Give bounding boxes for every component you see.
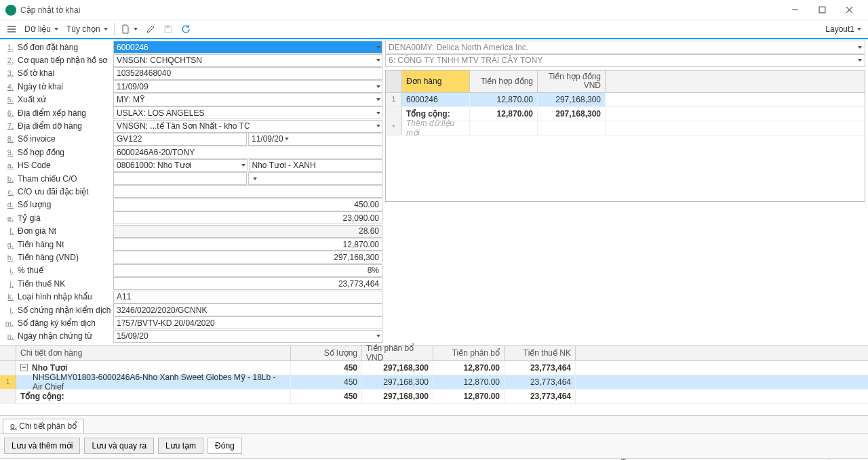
input-field[interactable]: 297,168,300 xyxy=(113,251,382,264)
form-row: c.C/O ưu đãi đặc biệt xyxy=(3,185,382,198)
input-field[interactable]: USLAX: LOS ANGELES xyxy=(113,106,382,119)
col-sl[interactable]: Số lượng xyxy=(291,346,362,360)
detail-total-row: Tổng cộng: 450 297,168,300 12,870.00 23,… xyxy=(0,390,868,404)
form-row: a.HS Code08061000: Nho TươiNho Tươi - XA… xyxy=(3,159,382,172)
form-row: 7.Địa điểm dỡ hàngVNSGN: ...tế Tân Sơn N… xyxy=(3,119,382,132)
chevron-down-icon xyxy=(253,177,257,180)
maximize-button[interactable] xyxy=(808,1,835,20)
order-grid[interactable]: Đơn hàng Tiền hợp đồng Tiền hợp đồng VND… xyxy=(385,70,865,202)
form-row: 2.Cơ quan tiếp nhận hồ sơVNSGN: CCHQCHTS… xyxy=(3,54,382,66)
input-field[interactable]: 23,773,464 xyxy=(113,277,382,290)
input-field[interactable]: MY: MỸ xyxy=(113,93,382,106)
title-bar: Cập nhật tờ khai xyxy=(0,0,868,20)
input-field[interactable] xyxy=(113,185,382,198)
minimize-button[interactable] xyxy=(781,1,808,20)
field-label: Số lượng xyxy=(15,200,113,209)
customer-field[interactable]: DENA00MY: Delica North America Inc. xyxy=(385,41,865,54)
input-field[interactable]: 28.60 xyxy=(113,225,382,238)
row-index: 4. xyxy=(3,83,15,91)
input-field[interactable]: VNSGN: ...tế Tân Sơn Nhất - kho TC xyxy=(113,120,382,133)
tab-detail-allocation[interactable]: o. Chi tiết phân bổ xyxy=(3,419,84,433)
close-button[interactable] xyxy=(835,1,863,20)
input-field-secondary[interactable]: Nho Tươi - XANH xyxy=(249,159,383,172)
svg-rect-1 xyxy=(166,26,170,28)
input-field[interactable]: 1757/BVTV-KD 20/04/2020 xyxy=(113,316,382,329)
field-label: Tiền hàng Nt xyxy=(15,240,113,249)
chevron-down-icon xyxy=(376,112,380,114)
chevron-down-icon xyxy=(241,164,245,167)
input-field[interactable]: 12,870.00 xyxy=(113,238,382,251)
save-and-add-button[interactable]: Lưu và thêm mới xyxy=(4,438,80,454)
edit-icon[interactable] xyxy=(142,21,159,37)
new-document-icon[interactable] xyxy=(117,21,142,37)
row-index: a. xyxy=(3,161,15,169)
input-field[interactable]: VNSGN: CCHQCHTSN xyxy=(113,54,382,67)
form-row: 1.Số đơn đặt hàng6000246 xyxy=(3,41,382,54)
close-form-button[interactable]: Đóng xyxy=(208,438,242,454)
menu-options[interactable]: Tùy chọn xyxy=(62,21,112,37)
order-row[interactable]: 1 6000246 12,870.00 297,168,300 xyxy=(386,93,865,107)
field-label: C/O ưu đãi đặc biệt xyxy=(15,187,113,196)
caret-down-icon xyxy=(54,28,58,30)
col-tien-hd[interactable]: Tiền hợp đồng xyxy=(470,70,538,92)
caret-down-icon xyxy=(857,28,861,30)
col-tien-vnd[interactable]: Tiền hợp đồng VND xyxy=(538,70,606,92)
field-label: HS Code xyxy=(15,161,113,170)
form-row: g.Tiền hàng Nt12,870.00 xyxy=(3,238,382,251)
row-index: 7. xyxy=(3,122,15,130)
row-index: j. xyxy=(3,280,15,288)
input-field[interactable]: 11/09/09 xyxy=(113,80,382,93)
row-index: i. xyxy=(3,266,15,274)
svg-rect-0 xyxy=(819,7,825,13)
chevron-down-icon xyxy=(858,46,862,49)
company-field[interactable]: 6: CÔNG TY TNHH MTV TRÁI CÂY TONY xyxy=(385,54,865,67)
input-field[interactable]: 3246/0202/2020/GCNNK xyxy=(113,304,382,316)
col-don-hang[interactable]: Đơn hàng xyxy=(402,70,470,92)
col-thue[interactable]: Tiền thuế NK xyxy=(505,346,576,360)
form-row: d.Số lượng450.00 xyxy=(3,198,382,211)
input-field[interactable]: 6000246A6-20/TONY xyxy=(113,146,382,159)
row-index: g. xyxy=(3,241,15,249)
input-field[interactable]: 103528468040 xyxy=(113,67,382,80)
layout-selector[interactable]: Layout1 xyxy=(825,24,854,34)
collapse-icon[interactable]: − xyxy=(20,364,28,371)
detail-item-row[interactable]: 1 NHSGLMY01803-6000246A6-Nho Xanh Sweet … xyxy=(0,375,868,390)
input-field[interactable]: 6000246 xyxy=(113,41,382,54)
input-field[interactable]: 8% xyxy=(113,264,382,277)
row-index: b. xyxy=(3,175,15,183)
input-field[interactable]: 23,090.00 xyxy=(113,211,382,224)
save-icon[interactable] xyxy=(159,21,177,37)
grid-corner xyxy=(386,70,402,92)
col-pb[interactable]: Tiền phân bổ xyxy=(433,346,505,360)
detail-grid[interactable]: Chi tiết đơn hàng Số lượng Tiền phân bổ … xyxy=(0,346,868,433)
save-and-back-button[interactable]: Lưu và quay ra xyxy=(84,438,154,454)
form-row: b.Tham chiếu C/O xyxy=(3,172,382,185)
order-new-row[interactable]: * Thêm dữ liệu mới xyxy=(386,121,865,135)
caret-down-icon xyxy=(134,28,138,30)
form-row: 6.Địa điểm xếp hàngUSLAX: LOS ANGELES xyxy=(3,106,382,119)
row-index: 3. xyxy=(3,69,15,77)
chevron-down-icon xyxy=(376,46,380,49)
input-field[interactable]: 15/09/20 xyxy=(113,330,382,343)
form-row: e.Tỷ giá23,090.00 xyxy=(3,211,382,224)
row-index: m. xyxy=(3,319,15,327)
input-field[interactable]: A11 xyxy=(113,291,382,304)
col-detail[interactable]: Chi tiết đơn hàng xyxy=(16,346,291,360)
row-index: l. xyxy=(3,306,15,314)
form-row: i.% thuế8% xyxy=(3,264,382,277)
input-field-secondary[interactable]: 11/09/20 xyxy=(248,133,382,146)
input-field[interactable]: 450.00 xyxy=(113,198,382,211)
refresh-icon[interactable] xyxy=(177,21,195,37)
menu-data[interactable]: Dữ liệu xyxy=(20,21,62,37)
input-field[interactable] xyxy=(113,172,247,185)
window-title: Cập nhật tờ khai xyxy=(20,5,781,15)
save-temp-button[interactable]: Lưu tạm xyxy=(158,438,203,454)
input-field-secondary[interactable] xyxy=(248,172,382,185)
input-field[interactable]: 08061000: Nho Tươi xyxy=(113,159,248,172)
col-vnd[interactable]: Tiền phân bổ VND xyxy=(362,346,433,360)
field-label: Số đăng ký kiểm dịch xyxy=(15,318,113,328)
form-row: h.Tiền hàng (VND)297,168,300 xyxy=(3,251,382,264)
toolbar: Dữ liệu Tùy chọn Layout1 xyxy=(0,20,868,39)
hamburger-menu-icon[interactable] xyxy=(3,21,20,37)
input-field[interactable]: GV122 xyxy=(113,133,247,146)
